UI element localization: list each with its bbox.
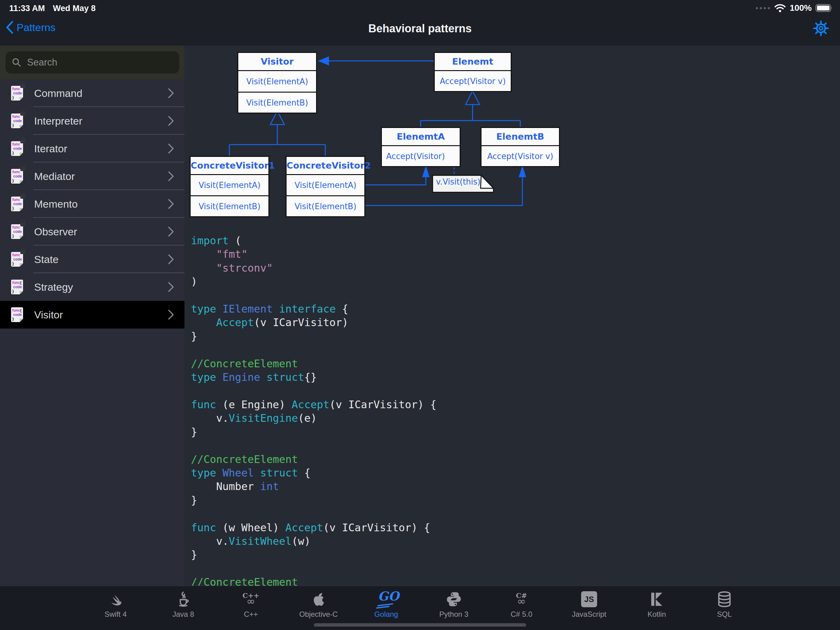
status-right: 100% bbox=[756, 3, 833, 13]
uml-diagram: Visitor Visit(ElementA) Visit(ElementB) … bbox=[185, 46, 840, 236]
tab-javascript[interactable]: JSJavaScript bbox=[555, 589, 623, 619]
pattern-doc-icon: funccode} bbox=[11, 252, 23, 267]
sql-icon bbox=[715, 590, 733, 608]
sidebar-item-visitor[interactable]: func{code}Visitor bbox=[0, 301, 185, 329]
code-line: //ConcreteElement bbox=[191, 357, 436, 370]
app-screen: 11:33 AM Wed May 8 100% Patterns bbox=[0, 0, 840, 630]
code-line: } bbox=[191, 329, 436, 343]
sidebar-item-command[interactable]: funccode}Command bbox=[0, 79, 185, 107]
chevron-right-icon bbox=[168, 199, 174, 209]
nav-bar: Patterns Behavioral patterns bbox=[0, 19, 840, 46]
sidebar-item-label: Mediator bbox=[34, 171, 75, 182]
lock-icon bbox=[20, 84, 25, 88]
code-line: func (w Wheel) Accept(v ICarVisitor) { bbox=[191, 521, 436, 534]
uml-method: Accept(Visitor v) bbox=[482, 145, 559, 166]
pattern-doc-icon: funccode} bbox=[11, 196, 23, 211]
tab-label: Java 8 bbox=[172, 610, 194, 619]
lock-icon bbox=[20, 222, 25, 226]
code-line bbox=[191, 343, 436, 356]
tab-sql[interactable]: SQL bbox=[691, 589, 758, 619]
tab-label: Objective-C bbox=[299, 610, 338, 619]
sidebar-item-label: Iterator bbox=[34, 143, 67, 155]
code-line bbox=[191, 384, 436, 397]
uml-class-title: ElenemtB bbox=[482, 128, 559, 145]
page-title: Behavioral patterns bbox=[0, 22, 840, 35]
settings-button[interactable] bbox=[812, 20, 829, 37]
sidebar-item-strategy[interactable]: func{code}Strategy bbox=[0, 273, 185, 301]
uml-class-title: ConcreteVisitor2 bbox=[287, 157, 364, 174]
kotlin-icon bbox=[649, 591, 665, 608]
code-line: type Wheel struct { bbox=[191, 466, 436, 480]
pattern-doc-icon: func{code} bbox=[11, 307, 23, 322]
uml-method: Visit(ElementA) bbox=[191, 174, 268, 195]
sidebar-item-iterator[interactable]: funccode}Iterator bbox=[0, 135, 185, 162]
sidebar-item-label: Observer bbox=[34, 226, 77, 238]
pattern-doc-icon: funccode} bbox=[11, 141, 23, 156]
pattern-doc-icon: func{code} bbox=[11, 280, 23, 294]
lock-icon bbox=[20, 112, 25, 116]
chevron-right-icon bbox=[168, 254, 174, 264]
wifi-icon bbox=[774, 3, 786, 13]
tab-java-8[interactable]: Java 8 bbox=[149, 589, 217, 619]
search-field[interactable] bbox=[6, 51, 179, 73]
battery-icon bbox=[815, 3, 833, 13]
uml-class-elementB: ElenemtB Accept(Visitor v) bbox=[481, 127, 560, 167]
sidebar-item-observer[interactable]: funccode}Observer bbox=[0, 218, 185, 245]
chevron-right-icon bbox=[168, 143, 174, 154]
code-line bbox=[191, 288, 436, 302]
sidebar-item-label: Visitor bbox=[34, 309, 63, 321]
sidebar-item-label: Memento bbox=[34, 198, 78, 210]
sidebar-item-interpreter[interactable]: funccode}Interpreter bbox=[0, 107, 185, 135]
pattern-doc-icon: funccode} bbox=[11, 224, 23, 239]
tab-label: Kotlin bbox=[647, 610, 666, 619]
status-left: 11:33 AM Wed May 8 bbox=[9, 4, 96, 13]
search-icon bbox=[12, 57, 22, 67]
code-line: v.VisitWheel(w) bbox=[191, 534, 436, 548]
lock-icon bbox=[20, 167, 25, 171]
pattern-doc-icon: funccode} bbox=[11, 114, 23, 128]
tab-kotlin[interactable]: Kotlin bbox=[623, 589, 691, 619]
uml-class-visitor: Visitor Visit(ElementA) Visit(ElementB) bbox=[237, 52, 317, 114]
sidebar-item-label: Command bbox=[34, 87, 82, 99]
lock-icon bbox=[20, 139, 25, 143]
uml-class-title: ConcreteVisitor1 bbox=[191, 157, 268, 174]
main-content: Visitor Visit(ElementA) Visit(ElementB) … bbox=[185, 46, 840, 586]
sidebar-item-mediator[interactable]: funccode}Mediator bbox=[0, 162, 185, 190]
tab-c-[interactable]: C++∞C++ bbox=[217, 589, 285, 619]
code-line: } bbox=[191, 494, 436, 507]
status-date: Wed May 8 bbox=[53, 4, 96, 13]
uml-class-elementA: ElenemtA Accept(Visitor) bbox=[381, 127, 461, 167]
sidebar-item-memento[interactable]: funccode}Memento bbox=[0, 190, 185, 218]
tab-label: Python 3 bbox=[439, 610, 469, 619]
code-line: ) bbox=[191, 275, 436, 288]
home-indicator[interactable] bbox=[314, 623, 526, 627]
tab-label: C# 5.0 bbox=[511, 610, 532, 619]
javascript-icon: JS bbox=[581, 591, 597, 607]
tab-objective-c[interactable]: Objective-C bbox=[285, 589, 352, 619]
chevron-right-icon bbox=[168, 226, 174, 237]
sidebar-item-state[interactable]: funccode}State bbox=[0, 245, 185, 273]
tab-swift-4[interactable]: Swift 4 bbox=[82, 589, 149, 619]
uml-class-title: ElenemtA bbox=[382, 128, 459, 145]
code-line: Accept(v ICarVisitor) bbox=[191, 316, 436, 329]
tab-python-3[interactable]: Python 3 bbox=[420, 589, 488, 619]
tab-golang[interactable]: GOGolang bbox=[352, 589, 420, 619]
code-line: "fmt" bbox=[191, 247, 436, 261]
uml-class-concretevisitor1: ConcreteVisitor1 Visit(ElementA) Visit(E… bbox=[190, 156, 269, 217]
uml-method: Visit(ElementB) bbox=[191, 195, 268, 216]
search-input[interactable] bbox=[27, 57, 173, 68]
code-line: type IElement interface { bbox=[191, 302, 436, 316]
gear-icon bbox=[812, 20, 829, 37]
code-line: //ConcreteElement bbox=[191, 575, 436, 586]
code-line bbox=[191, 438, 436, 452]
uml-class-element: Elenemt Accept(Visitor v) bbox=[434, 52, 512, 92]
tab-label: Golang bbox=[374, 610, 398, 619]
search-strip bbox=[0, 46, 185, 79]
pattern-list: funccode}Commandfunccode}Interpreterfunc… bbox=[0, 79, 185, 329]
uml-method: Visit(ElementB) bbox=[238, 92, 316, 112]
tab-c-5-0[interactable]: C#∞C# 5.0 bbox=[488, 589, 555, 619]
swift-icon bbox=[107, 590, 125, 608]
sidebar-item-label: Interpreter bbox=[34, 115, 82, 127]
code-line: v.VisitEngine(e) bbox=[191, 411, 436, 425]
golang-icon: GO bbox=[376, 590, 397, 608]
